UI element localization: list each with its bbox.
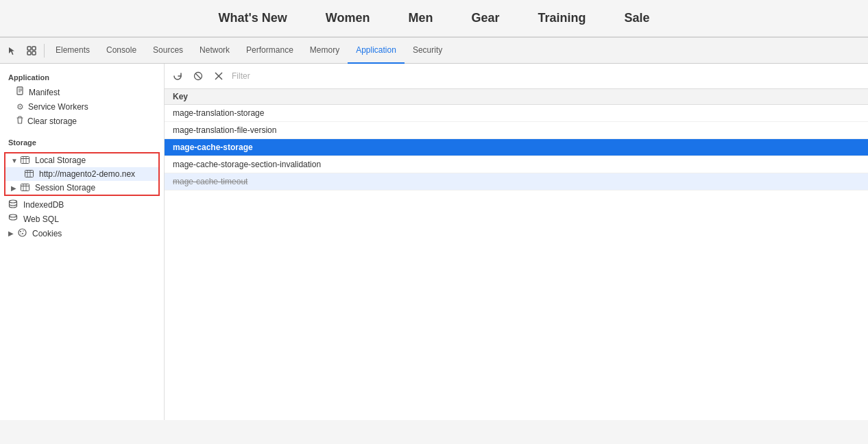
refresh-button[interactable]: [170, 69, 185, 84]
nav-whats-new[interactable]: What's New: [213, 8, 292, 28]
session-storage-toggle[interactable]: ▶: [11, 184, 18, 192]
close-button[interactable]: [211, 69, 226, 84]
svg-point-23: [20, 231, 21, 232]
svg-point-25: [22, 233, 23, 234]
sidebar-item-manifest[interactable]: Manifest: [0, 84, 164, 100]
table-row-strikethrough[interactable]: mage-cache-timeout: [165, 173, 868, 190]
indexeddb-icon: [8, 199, 18, 210]
top-nav: What's New Women Men Gear Training Sale: [0, 0, 868, 37]
svg-line-28: [195, 73, 201, 79]
local-storage-icon: [21, 156, 29, 165]
nav-women[interactable]: Women: [320, 8, 376, 28]
sidebar: Application Manifest ⚙ Service Workers C…: [0, 64, 165, 420]
tab-performance[interactable]: Performance: [238, 38, 302, 64]
tab-sources[interactable]: Sources: [145, 38, 191, 64]
tab-bar-separator: [44, 44, 45, 58]
cookies-toggle[interactable]: ▶: [8, 230, 15, 237]
web-sql-icon: [8, 214, 18, 224]
svg-rect-2: [27, 51, 31, 55]
table-row-selected[interactable]: mage-cache-storage: [165, 139, 868, 156]
svg-rect-1: [32, 47, 36, 50]
local-storage-url-icon: [25, 170, 34, 179]
table-row[interactable]: mage-cache-storage-section-invalidation: [165, 156, 868, 173]
storage-section-label: Storage: [0, 134, 164, 149]
row-text: mage-translation-storage: [173, 108, 264, 118]
svg-rect-12: [25, 170, 34, 177]
row-text: mage-cache-storage-section-invalidation: [173, 160, 321, 169]
tab-security[interactable]: Security: [405, 38, 450, 64]
row-text: mage-cache-timeout: [173, 177, 248, 186]
key-column-header: Key: [173, 92, 188, 101]
inspect-icon[interactable]: [22, 41, 41, 60]
tab-network[interactable]: Network: [191, 38, 238, 64]
web-sql-label: Web SQL: [23, 214, 59, 224]
cursor-icon[interactable]: [3, 41, 22, 60]
cookies-icon: [18, 228, 27, 238]
application-section-label: Application: [0, 69, 164, 84]
table-row[interactable]: mage-translation-storage: [165, 105, 868, 122]
svg-rect-16: [21, 184, 29, 190]
cookies-label: Cookies: [32, 229, 62, 238]
session-storage-label: Session Storage: [35, 183, 95, 193]
manifest-icon: [16, 86, 25, 98]
block-icon[interactable]: [191, 69, 206, 84]
sidebar-item-clear-storage[interactable]: Clear storage: [0, 114, 164, 129]
clear-storage-icon: [16, 116, 23, 127]
table-header: Key: [165, 89, 868, 105]
devtools-body: Application Manifest ⚙ Service Workers C…: [0, 64, 868, 420]
tab-console[interactable]: Console: [98, 38, 145, 64]
svg-point-20: [10, 200, 17, 203]
local-storage-label: Local Storage: [35, 156, 86, 165]
sidebar-item-local-storage[interactable]: ▼ Local Storage: [5, 153, 158, 167]
local-storage-toggle[interactable]: ▼: [11, 157, 18, 164]
data-table: Key mage-translation-storage mage-transl…: [165, 89, 868, 420]
nav-men[interactable]: Men: [402, 8, 438, 28]
table-row[interactable]: mage-translation-file-version: [165, 122, 868, 139]
nav-sale[interactable]: Sale: [618, 8, 655, 28]
nav-training[interactable]: Training: [532, 8, 591, 28]
local-storage-url-label: http://magento2-demo.nex: [39, 169, 135, 179]
svg-rect-8: [21, 156, 29, 163]
tab-application[interactable]: Application: [348, 38, 405, 64]
sidebar-item-service-workers[interactable]: ⚙ Service Workers: [0, 100, 164, 114]
tab-memory[interactable]: Memory: [302, 38, 348, 64]
toolbar: [165, 64, 868, 89]
row-text: mage-cache-storage: [173, 143, 253, 152]
tab-elements[interactable]: Elements: [47, 38, 98, 64]
svg-point-26: [21, 234, 21, 234]
service-workers-label: Service Workers: [28, 102, 88, 112]
clear-storage-label: Clear storage: [27, 116, 77, 126]
session-storage-icon: [21, 184, 29, 193]
sidebar-item-web-sql[interactable]: Web SQL: [0, 212, 164, 226]
indexeddb-label: IndexedDB: [23, 200, 64, 210]
local-storage-group: ▼ Local Storage http://magento2-demo.nex…: [4, 152, 160, 196]
sidebar-item-session-storage[interactable]: ▶ Session Storage: [5, 181, 158, 195]
svg-point-22: [19, 229, 26, 236]
service-workers-icon: ⚙: [16, 102, 24, 112]
svg-rect-0: [27, 47, 31, 50]
sidebar-item-local-storage-url[interactable]: http://magento2-demo.nex: [5, 167, 158, 181]
sidebar-item-cookies[interactable]: ▶ Cookies: [0, 226, 164, 241]
nav-gear[interactable]: Gear: [466, 8, 505, 28]
row-text: mage-translation-file-version: [173, 125, 276, 135]
svg-point-24: [23, 230, 24, 232]
filter-input[interactable]: [232, 68, 863, 84]
sidebar-item-indexeddb[interactable]: IndexedDB: [0, 197, 164, 212]
devtools-tab-bar: Elements Console Sources Network Perform…: [0, 38, 868, 64]
svg-rect-3: [32, 51, 36, 55]
svg-point-21: [10, 214, 17, 217]
devtools-panel: Elements Console Sources Network Perform…: [0, 37, 868, 420]
manifest-label: Manifest: [29, 88, 60, 97]
main-content: Key mage-translation-storage mage-transl…: [165, 64, 868, 420]
